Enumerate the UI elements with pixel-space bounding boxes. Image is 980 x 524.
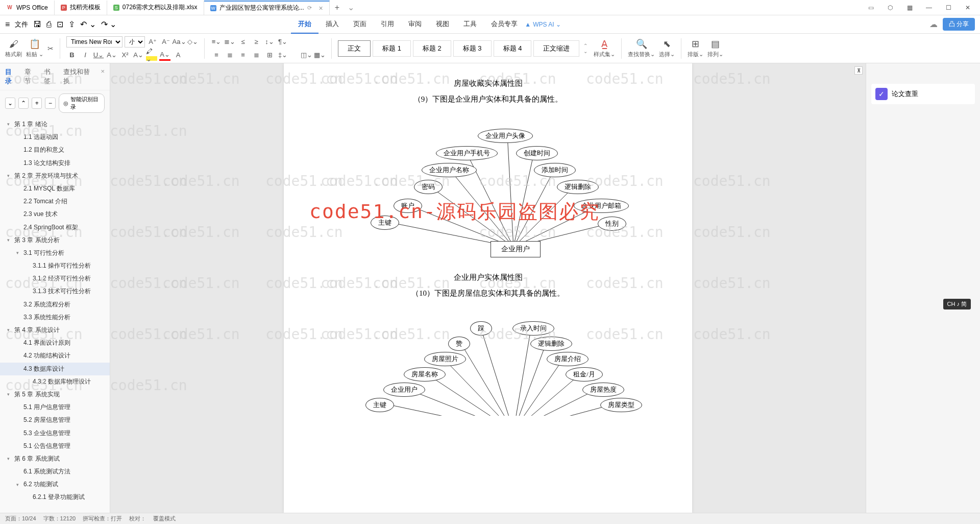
italic-icon[interactable]: I [80, 50, 91, 61]
close-tab-icon[interactable]: × [319, 4, 323, 12]
toc-item[interactable]: ▾3.1 可行性分析 [0, 247, 110, 259]
ruler-toggle-icon[interactable]: ⊼ [854, 66, 863, 75]
style-scroll[interactable]: ⌃⌄ [581, 43, 590, 54]
export-icon[interactable]: ⇪ [68, 19, 75, 29]
menu-tab-member[interactable]: 会员专享 [484, 15, 525, 34]
file-menu[interactable]: 文件 [15, 20, 28, 29]
status-words[interactable]: 字数：12120 [43, 515, 76, 522]
toc-item[interactable]: 3.1.1 操作可行性分析 [0, 259, 110, 272]
align-center-icon[interactable]: ≣ [224, 50, 235, 61]
toc-item[interactable]: 2.4 SpringBoot 框架 [0, 221, 110, 234]
toc-item[interactable]: 4.1 界面设计原则 [0, 337, 110, 349]
toc-item[interactable]: 3.2 系统流程分析 [0, 298, 110, 311]
toc-item[interactable]: ▾第 1 章 绪论 [0, 118, 110, 131]
smart-toc-button[interactable]: ◎智能识别目录 [59, 93, 105, 113]
justify-icon[interactable]: ≣ [251, 50, 262, 61]
toc-item[interactable]: 2.2 Tomcat 介绍 [0, 195, 110, 208]
paper-check-button[interactable]: ✓ 论文查重 [871, 84, 975, 104]
style-set-button[interactable]: A̲ 样式集⌄ [594, 38, 615, 58]
clear-format-icon[interactable]: ◇⌄ [187, 36, 198, 47]
tab-xlsx[interactable]: S 0726需求文档以及排期.xlsx [107, 1, 204, 15]
toc-item[interactable]: ▾第 3 章 系统分析 [0, 234, 110, 247]
nav-tab-chapter[interactable]: 章节 [24, 67, 37, 86]
arrange-button[interactable]: ▤ 排列⌄ [707, 38, 723, 58]
find-replace-button[interactable]: 🔍 查找替换⌄ [628, 38, 655, 58]
font-name-select[interactable]: Times New Roma [66, 36, 122, 47]
tab-doc-active[interactable]: W 产业园区智慧公寓管理系统论... ⟳ × [204, 1, 330, 15]
tab-dropdown-icon[interactable]: ⌄ [345, 3, 357, 12]
share-button[interactable]: 凸 分享 [943, 18, 975, 31]
preview-icon[interactable]: ⊡ [57, 19, 63, 29]
wps-ai-button[interactable]: ▲WPS AI⌄ [525, 15, 561, 34]
cut-icon[interactable]: ✂ [47, 44, 54, 53]
undo-icon[interactable]: ↶ ⌄ [80, 19, 95, 29]
border-icon[interactable]: ▦⌄ [314, 50, 325, 61]
menu-icon[interactable]: ≡ [5, 20, 10, 29]
status-mode[interactable]: 覆盖模式 [153, 515, 176, 522]
menu-tab-tools[interactable]: 工具 [456, 15, 484, 34]
indent-left-icon[interactable]: ≤ [237, 36, 249, 47]
char-effect-icon[interactable]: A⌄ [133, 50, 144, 61]
toc-item[interactable]: 3.1.2 经济可行性分析 [0, 272, 110, 285]
indent-right-icon[interactable]: ≥ [251, 36, 262, 47]
style-normal[interactable]: 正文 [338, 40, 371, 57]
toc-item[interactable]: 6.2.1 登录功能测试 [0, 491, 110, 504]
status-spell[interactable]: 拼写检查：打开 [83, 515, 122, 522]
toc-item[interactable]: 4.3.2 数据库物理设计 [0, 375, 110, 388]
toc-item[interactable]: 2.3 vue 技术 [0, 208, 110, 221]
sort-icon[interactable]: ↕⌄ [264, 36, 275, 47]
select-button[interactable]: ⬉ 选择⌄ [659, 38, 675, 58]
tab-wps-office[interactable]: W WPS Office [0, 1, 55, 15]
align-right-icon[interactable]: ≡ [237, 50, 249, 61]
nav-tool-up[interactable]: ⌃ [18, 98, 29, 109]
toc-item[interactable]: 5.1 用户信息管理 [0, 401, 110, 414]
toc-item[interactable]: 5.2 房屋信息管理 [0, 414, 110, 426]
ime-badge[interactable]: CH ♪ 简 [943, 299, 971, 309]
sort-button[interactable]: ⊞ 排版⌄ [688, 38, 703, 58]
toc-item[interactable]: 5.3 企业信息管理 [0, 427, 110, 440]
paste-button[interactable]: 📋 粘贴 ⌄ [26, 38, 43, 58]
status-page[interactable]: 页面：10/24 [5, 515, 36, 522]
nav-tab-bookmark[interactable]: 书签 [44, 67, 56, 86]
style-h4[interactable]: 标题 4 [494, 40, 532, 57]
minimize-button[interactable]: — [923, 2, 935, 14]
toc-item[interactable]: 2.1 MYSQL 数据库 [0, 182, 110, 195]
decrease-font-icon[interactable]: A⁻ [160, 36, 172, 47]
toc-item[interactable]: ▾第 5 章 系统实现 [0, 388, 110, 401]
font-color-icon2[interactable]: A [173, 50, 184, 61]
nav-tool-plus[interactable]: + [32, 98, 42, 109]
menu-tab-insert[interactable]: 插入 [318, 15, 346, 34]
cloud-icon[interactable]: ☁ [929, 19, 938, 29]
tab-template[interactable]: P 找稻壳模板 [55, 1, 107, 15]
toc-item[interactable]: 1.1 选题动因 [0, 131, 110, 144]
document-area[interactable]: 房屋收藏实体属性图 （9）下图是企业用户实体和其具备的属性。 主 [110, 63, 866, 513]
add-tab-button[interactable]: + [330, 3, 345, 12]
redo-icon[interactable]: ↷ ⌄ [101, 19, 116, 29]
menu-tab-reference[interactable]: 引用 [374, 15, 401, 34]
toc-item[interactable]: 6.1 系统测试方法 [0, 465, 110, 478]
nav-tool-minus[interactable]: − [45, 98, 55, 109]
style-h1[interactable]: 标题 1 [373, 40, 411, 57]
style-h2[interactable]: 标题 2 [413, 40, 451, 57]
toc-item[interactable]: ▾第 2 章 开发环境与技术 [0, 170, 110, 182]
bullet-list-icon[interactable]: ≡⌄ [211, 36, 222, 47]
menu-tab-page[interactable]: 页面 [346, 15, 374, 34]
toc-item[interactable]: ▾6.2 功能测试 [0, 478, 110, 491]
app-icon-1[interactable]: ▭ [865, 2, 877, 14]
toc-item[interactable]: 1.3 论文结构安排 [0, 157, 110, 170]
app-icon-2[interactable]: ⬡ [884, 2, 896, 14]
close-nav-icon[interactable]: × [101, 67, 105, 86]
font-size-select[interactable]: 小四 [125, 36, 145, 47]
app-icon-3[interactable]: ▦ [903, 2, 916, 14]
menu-tab-view[interactable]: 视图 [429, 15, 456, 34]
distribute-icon[interactable]: ⊞ [264, 50, 275, 61]
increase-font-icon[interactable]: A⁺ [147, 36, 158, 47]
line-spacing-icon[interactable]: ‡⌄ [277, 50, 288, 61]
toc-item[interactable]: 4.2 功能结构设计 [0, 349, 110, 362]
print-icon[interactable]: ⎙ [46, 20, 52, 29]
maximize-button[interactable]: ☐ [942, 2, 954, 14]
toc-item[interactable]: 1.2 目的和意义 [0, 144, 110, 156]
underline-icon[interactable]: U⌄ [93, 50, 104, 61]
toc-item[interactable]: 4.3 数据库设计 [0, 363, 110, 375]
menu-tab-start[interactable]: 开始 [291, 15, 318, 34]
